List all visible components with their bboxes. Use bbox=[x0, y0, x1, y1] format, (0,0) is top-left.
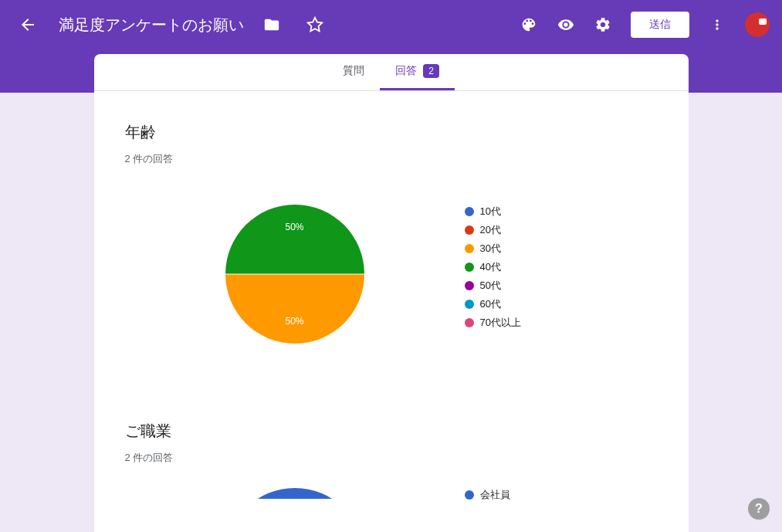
main-card: 質問 回答 2 年齢 2 件の回答 50% 50% 10代 bbox=[94, 54, 689, 532]
legend-item: 70代以上 bbox=[465, 316, 521, 330]
chart-age-area: 50% 50% 10代 20代 30代 40代 50代 60代 70代以上 bbox=[94, 181, 689, 382]
legend-item: 20代 bbox=[465, 223, 521, 237]
svg-point-1 bbox=[225, 488, 364, 499]
pie-chart-job-partial bbox=[225, 488, 364, 499]
legend-item: 40代 bbox=[465, 260, 521, 274]
tabs-bar: 質問 回答 2 bbox=[94, 54, 689, 91]
chart-job-area: 会社員 bbox=[94, 473, 689, 502]
help-button[interactable]: ? bbox=[748, 498, 770, 520]
legend-dot-icon bbox=[465, 490, 474, 500]
legend-item: 30代 bbox=[465, 242, 521, 256]
legend-item: 会社員 bbox=[465, 488, 510, 502]
responses-count-badge: 2 bbox=[423, 64, 439, 78]
legend-dot-icon bbox=[465, 244, 474, 253]
star-outline-icon bbox=[306, 16, 323, 33]
pie-label-top: 50% bbox=[285, 222, 303, 232]
folder-button[interactable] bbox=[256, 9, 287, 40]
section-job: ご職業 2 件の回答 bbox=[94, 382, 689, 473]
legend-age: 10代 20代 30代 40代 50代 60代 70代以上 bbox=[465, 205, 521, 330]
legend-item: 50代 bbox=[465, 279, 521, 293]
section-age: 年齢 2 件の回答 bbox=[94, 91, 689, 181]
legend-dot-icon bbox=[465, 300, 474, 309]
folder-icon bbox=[263, 16, 280, 33]
legend-dot-icon bbox=[465, 281, 474, 290]
tab-questions-label: 質問 bbox=[343, 64, 364, 78]
legend-item: 10代 bbox=[465, 205, 521, 219]
user-avatar[interactable] bbox=[745, 12, 770, 37]
more-vert-icon bbox=[709, 17, 725, 32]
pie-age-wrap: 50% 50% bbox=[125, 205, 465, 344]
more-button[interactable] bbox=[702, 9, 733, 40]
pie-job-wrap bbox=[125, 488, 465, 499]
section-age-title: 年齢 bbox=[125, 122, 658, 143]
legend-dot-icon bbox=[465, 263, 474, 272]
app-header: 満足度アンケートのお願い 送信 bbox=[0, 0, 782, 49]
form-title[interactable]: 満足度アンケートのお願い bbox=[59, 15, 244, 36]
legend-item: 60代 bbox=[465, 297, 521, 311]
theme-button[interactable] bbox=[513, 9, 544, 40]
gear-icon bbox=[594, 16, 611, 33]
send-button[interactable]: 送信 bbox=[631, 12, 689, 38]
preview-button[interactable] bbox=[550, 9, 581, 40]
pie-label-bottom: 50% bbox=[285, 316, 303, 327]
legend-job: 会社員 bbox=[465, 488, 510, 502]
section-age-count: 2 件の回答 bbox=[125, 152, 658, 166]
tab-responses-label: 回答 bbox=[395, 64, 417, 78]
tab-questions[interactable]: 質問 bbox=[327, 54, 380, 90]
tab-responses[interactable]: 回答 2 bbox=[380, 54, 455, 90]
section-job-title: ご職業 bbox=[125, 421, 658, 442]
section-job-count: 2 件の回答 bbox=[125, 451, 658, 465]
palette-icon bbox=[520, 16, 537, 33]
legend-dot-icon bbox=[465, 318, 474, 327]
content-wrapper: 質問 回答 2 年齢 2 件の回答 50% 50% 10代 bbox=[0, 49, 782, 532]
eye-icon bbox=[557, 16, 574, 33]
legend-dot-icon bbox=[465, 225, 474, 235]
header-left: 満足度アンケートのお願い bbox=[12, 9, 330, 40]
back-button[interactable] bbox=[12, 9, 43, 40]
header-right: 送信 bbox=[513, 9, 770, 40]
legend-dot-icon bbox=[465, 207, 474, 216]
star-button[interactable] bbox=[300, 9, 330, 40]
settings-button[interactable] bbox=[587, 9, 618, 40]
arrow-left-icon bbox=[19, 15, 37, 34]
